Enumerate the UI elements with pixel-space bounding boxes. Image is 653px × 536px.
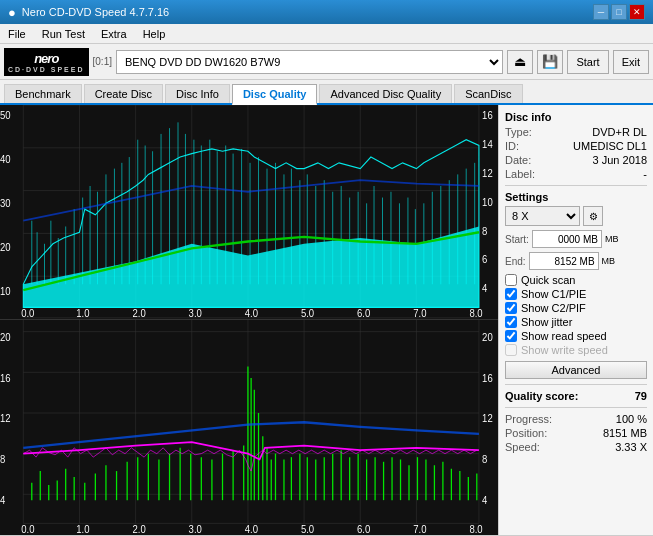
svg-text:20: 20	[0, 241, 11, 252]
svg-rect-95	[0, 320, 498, 535]
tab-bar: Benchmark Create Disc Disc Info Disc Qua…	[0, 80, 653, 105]
svg-text:1.0: 1.0	[76, 523, 90, 534]
drive-label: [0:1]	[93, 56, 112, 67]
tab-create-disc[interactable]: Create Disc	[84, 84, 163, 103]
svg-text:20: 20	[0, 332, 11, 343]
svg-text:8.0: 8.0	[469, 307, 483, 318]
svg-text:8: 8	[482, 225, 488, 236]
progress-value: 100 %	[616, 413, 647, 425]
date-value: 3 Jun 2018	[593, 154, 647, 166]
save-icon-button[interactable]: 💾	[537, 50, 563, 74]
menu-extra[interactable]: Extra	[97, 28, 131, 40]
close-button[interactable]: ✕	[629, 4, 645, 20]
speed-value: 3.33 X	[615, 441, 647, 453]
svg-text:50: 50	[0, 109, 11, 120]
chart-area: 50 40 30 20 10 16 14 12 10 8 6 4 0.0 1.0…	[0, 105, 498, 535]
show-c1pie-label: Show C1/PIE	[521, 288, 586, 300]
minimize-button[interactable]: ─	[593, 4, 609, 20]
svg-text:4.0: 4.0	[245, 523, 259, 534]
svg-text:12: 12	[0, 413, 11, 424]
svg-text:5.0: 5.0	[301, 307, 315, 318]
svg-text:40: 40	[0, 153, 11, 164]
speed-label: Speed:	[505, 441, 540, 453]
show-jitter-label: Show jitter	[521, 316, 572, 328]
svg-text:4: 4	[0, 494, 6, 505]
svg-text:3.0: 3.0	[189, 523, 203, 534]
svg-text:16: 16	[0, 372, 11, 383]
end-label: End:	[505, 256, 526, 267]
menu-file[interactable]: File	[4, 28, 30, 40]
app-title: Nero CD-DVD Speed 4.7.7.16	[22, 6, 169, 18]
svg-text:30: 30	[0, 197, 11, 208]
show-read-speed-checkbox[interactable]	[505, 330, 517, 342]
show-c2pif-label: Show C2/PIF	[521, 302, 586, 314]
svg-text:14: 14	[482, 138, 493, 149]
disc-label-value: -	[643, 168, 647, 180]
svg-text:2.0: 2.0	[132, 307, 146, 318]
disc-info-title: Disc info	[505, 111, 647, 123]
svg-text:8.0: 8.0	[469, 523, 483, 534]
drive-select[interactable]: BENQ DVD DD DW1620 B7W9	[116, 50, 503, 74]
end-unit: MB	[602, 256, 616, 266]
tab-disc-info[interactable]: Disc Info	[165, 84, 230, 103]
quick-scan-checkbox[interactable]	[505, 274, 517, 286]
id-label: ID:	[505, 140, 519, 152]
settings-icon-button[interactable]: ⚙	[583, 206, 603, 226]
start-unit: MB	[605, 234, 619, 244]
title-bar: ● Nero CD-DVD Speed 4.7.7.16 ─ □ ✕	[0, 0, 653, 24]
toolbar: nero CD·DVD SPEED [0:1] BENQ DVD DD DW16…	[0, 44, 653, 80]
speed-select[interactable]: 8 X	[505, 206, 580, 226]
svg-text:1.0: 1.0	[76, 307, 90, 318]
settings-title: Settings	[505, 191, 647, 203]
svg-text:8: 8	[482, 454, 488, 465]
show-read-speed-label: Show read speed	[521, 330, 607, 342]
quality-score-label: Quality score:	[505, 390, 578, 402]
eject-icon-button[interactable]: ⏏	[507, 50, 533, 74]
svg-text:4: 4	[482, 283, 488, 294]
window-controls: ─ □ ✕	[593, 4, 645, 20]
start-label: Start:	[505, 234, 529, 245]
svg-text:8: 8	[0, 454, 6, 465]
quick-scan-label: Quick scan	[521, 274, 575, 286]
maximize-button[interactable]: □	[611, 4, 627, 20]
show-write-speed-checkbox[interactable]	[505, 344, 517, 356]
svg-text:12: 12	[482, 413, 493, 424]
svg-text:10: 10	[0, 285, 11, 296]
svg-text:5.0: 5.0	[301, 523, 315, 534]
svg-text:4: 4	[482, 494, 488, 505]
date-label: Date:	[505, 154, 531, 166]
disc-label-label: Label:	[505, 168, 535, 180]
show-c1pie-checkbox[interactable]	[505, 288, 517, 300]
show-jitter-checkbox[interactable]	[505, 316, 517, 328]
chart-top: 50 40 30 20 10 16 14 12 10 8 6 4 0.0 1.0…	[0, 105, 498, 320]
svg-text:6.0: 6.0	[357, 523, 371, 534]
type-value: DVD+R DL	[592, 126, 647, 138]
show-c2pif-checkbox[interactable]	[505, 302, 517, 314]
tab-disc-quality[interactable]: Disc Quality	[232, 84, 318, 105]
svg-text:4.0: 4.0	[245, 307, 259, 318]
advanced-button[interactable]: Advanced	[505, 361, 647, 379]
svg-text:10: 10	[482, 196, 493, 207]
svg-text:7.0: 7.0	[413, 523, 427, 534]
divider-3	[505, 407, 647, 408]
start-input[interactable]	[532, 230, 602, 248]
start-button[interactable]: Start	[567, 50, 608, 74]
show-write-speed-label: Show write speed	[521, 344, 608, 356]
end-input[interactable]	[529, 252, 599, 270]
menu-bar: File Run Test Extra Help	[0, 24, 653, 44]
svg-text:12: 12	[482, 167, 493, 178]
menu-help[interactable]: Help	[139, 28, 170, 40]
position-value: 8151 MB	[603, 427, 647, 439]
menu-run-test[interactable]: Run Test	[38, 28, 89, 40]
nero-logo: nero CD·DVD SPEED	[4, 48, 89, 76]
svg-text:0.0: 0.0	[21, 307, 35, 318]
right-panel: Disc info Type: DVD+R DL ID: UMEDISC DL1…	[498, 105, 653, 535]
main-content: 50 40 30 20 10 16 14 12 10 8 6 4 0.0 1.0…	[0, 105, 653, 535]
tab-benchmark[interactable]: Benchmark	[4, 84, 82, 103]
divider-1	[505, 185, 647, 186]
svg-text:16: 16	[482, 109, 493, 120]
tab-advanced-disc-quality[interactable]: Advanced Disc Quality	[319, 84, 452, 103]
progress-label: Progress:	[505, 413, 552, 425]
exit-button[interactable]: Exit	[613, 50, 649, 74]
tab-scandisc[interactable]: ScanDisc	[454, 84, 522, 103]
